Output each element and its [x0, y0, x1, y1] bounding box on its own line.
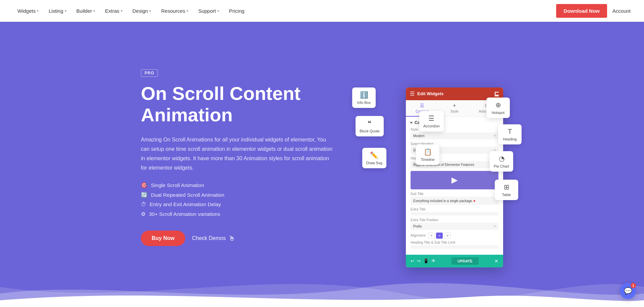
widget-chip-hotspot: ⊕ Hotspot — [486, 98, 510, 118]
style-tab-icon: ✦ — [452, 103, 457, 108]
chevron-down-icon: ▾ — [149, 9, 151, 13]
buy-now-button[interactable]: Buy Now — [141, 231, 185, 246]
widget-chip-label: Table — [502, 193, 511, 197]
pie-chart-icon: ◔ — [499, 155, 504, 163]
align-center-button[interactable]: ≡ — [436, 233, 443, 239]
chevron-down-icon: ▾ — [65, 9, 66, 13]
nav-label-extras: Extras — [105, 8, 119, 14]
hero-content: PRO On Scroll Content Animation Amazing … — [121, 69, 523, 246]
undo-icon[interactable]: ↩ — [411, 258, 414, 263]
hero-description: Amazing On Scroll Animations for all you… — [141, 135, 335, 173]
chat-badge: 1 — [631, 283, 636, 288]
widget-chip-label: Timeline — [421, 158, 434, 162]
account-link[interactable]: Account — [612, 8, 631, 14]
extra-title-field: Extra Title — [411, 207, 498, 216]
hero-buttons: Buy Now Check Demos 🖱 — [141, 231, 352, 246]
repeat-icon: 🔄 — [141, 192, 148, 198]
widget-chip-draw-svg: ✏️ Draw Svg — [362, 148, 386, 168]
sub-title-input[interactable]: Everything included in a single package … — [411, 197, 498, 205]
panel-action-icons: ↩ ↪ 📱 👁 — [411, 258, 436, 263]
widget-chip-label: Info Box — [357, 101, 371, 105]
hero-section: PRO On Scroll Content Animation Amazing … — [0, 22, 644, 307]
nav-item-widgets[interactable]: Widgets ▾ — [13, 5, 43, 16]
widget-chip-label: Block Quote — [360, 129, 380, 133]
navbar: Widgets ▾ Listing ▾ Builder ▾ Extras ▾ D… — [0, 0, 644, 22]
heading-icon: T — [508, 128, 512, 135]
elementor-logo: ⊑ — [494, 90, 499, 98]
pro-badge: PRO — [141, 69, 158, 77]
demos-icon: 🖱 — [228, 235, 235, 242]
widget-chip-pie-chart: ◔ Pie Chart — [490, 151, 513, 172]
nav-item-design[interactable]: Design ▾ — [128, 5, 155, 16]
play-icon: ▶ — [451, 175, 458, 185]
features-list: 🎯 Single Scroll Animation 🔄 Dual Repeate… — [141, 182, 352, 217]
heading-title-sub-limit-field: Heading Title & Sub Title Limit — [411, 241, 498, 249]
chevron-down-icon: ▾ — [93, 9, 95, 13]
extra-title-input[interactable] — [411, 212, 498, 216]
nav-item-listing[interactable]: Listing ▾ — [45, 5, 70, 16]
update-button[interactable]: UPDATE — [451, 257, 478, 265]
extra-title-position-value[interactable]: Prefix ▾ — [411, 223, 498, 230]
hero-wave — [0, 267, 644, 307]
chevron-down-icon: ▾ — [494, 134, 496, 137]
list-item: ⏱ Entry and Exit Animation Delay — [141, 201, 352, 207]
nav-menu: Widgets ▾ Listing ▾ Builder ▾ Extras ▾ D… — [13, 5, 249, 16]
nav-label-listing: Listing — [49, 8, 63, 14]
style-value[interactable]: Modern ▾ — [411, 132, 498, 139]
align-right-button[interactable]: ≡ — [444, 233, 451, 239]
chevron-down-icon: ▾ — [37, 9, 39, 13]
accordion-icon: ☰ — [428, 114, 434, 122]
alignment-field: Alignment ≡ ≡ ≡ — [411, 233, 498, 239]
nav-label-support: Support — [198, 8, 216, 14]
table-icon: ⊞ — [504, 183, 509, 191]
extra-title-label: Extra Title — [411, 207, 498, 211]
sub-title-label: Sub Title — [411, 192, 498, 196]
check-demos-button[interactable]: Check Demos 🖱 — [192, 235, 235, 242]
heading-title-sub-limit-input[interactable] — [411, 245, 498, 249]
nav-item-extras[interactable]: Extras ▾ — [101, 5, 126, 16]
demos-label: Check Demos — [192, 235, 225, 241]
nav-label-pricing: Pricing — [229, 8, 245, 14]
block-quote-icon: ❝ — [368, 119, 371, 127]
widget-chip-label: Hotspot — [492, 111, 504, 115]
video-thumbnail[interactable]: ▶ — [411, 171, 498, 189]
hamburger-icon[interactable]: ☰ — [410, 90, 415, 97]
responsive-icon[interactable]: 📱 — [423, 258, 429, 263]
download-now-button[interactable]: Download Now — [556, 4, 607, 18]
widget-chip-label: Draw Svg — [366, 161, 382, 165]
nav-item-pricing[interactable]: Pricing — [225, 5, 249, 16]
panel-title: Edit Widgets — [417, 91, 444, 96]
widget-chip-label: Pie Chart — [494, 164, 509, 168]
nav-item-resources[interactable]: Resources ▾ — [157, 5, 192, 16]
info-box-icon: ℹ️ — [360, 91, 368, 99]
widget-chip-accordion: ☰ Accordion — [419, 111, 444, 131]
redo-icon[interactable]: ↪ — [417, 258, 421, 263]
content-tab-icon: ☰ — [420, 103, 424, 108]
clock-icon: ⏱ — [141, 201, 146, 207]
draw-svg-icon: ✏️ — [370, 151, 378, 159]
widget-chip-label: Accordion — [423, 124, 440, 128]
align-left-button[interactable]: ≡ — [428, 233, 435, 239]
nav-actions: Download Now Account — [556, 4, 631, 18]
widget-chip-table: ⊞ Table — [495, 180, 518, 200]
alignment-options: ≡ ≡ ≡ — [428, 233, 451, 239]
chat-icon: 💬 — [624, 287, 632, 295]
hotspot-icon: ⊕ — [495, 101, 501, 109]
chat-bubble[interactable]: 💬 1 — [620, 283, 636, 299]
widget-chip-block-quote: ❝ Block Quote — [356, 116, 384, 136]
nav-item-support[interactable]: Support ▾ — [194, 5, 223, 16]
preview-icon[interactable]: 👁 — [431, 258, 436, 263]
extra-title-position-label: Extra Title Position — [411, 218, 498, 222]
timeline-icon: 📋 — [424, 148, 432, 156]
nav-item-builder[interactable]: Builder ▾ — [72, 5, 99, 16]
chevron-down-icon: ▾ — [186, 9, 188, 13]
close-icon[interactable]: ✕ — [494, 258, 498, 264]
hero-left: PRO On Scroll Content Animation Amazing … — [141, 69, 352, 246]
list-item: 🎯 Single Scroll Animation — [141, 182, 352, 188]
widget-chip-info-box: ℹ️ Info Box — [352, 87, 376, 108]
arrow-icon: 🎯 — [141, 182, 148, 188]
heading-title-sub-limit-label: Heading Title & Sub Title Limit — [411, 241, 498, 244]
nav-label-builder: Builder — [76, 8, 92, 14]
extra-title-position-field: Extra Title Position Prefix ▾ — [411, 218, 498, 230]
panel-topbar-left: ☰ Edit Widgets — [410, 90, 444, 97]
